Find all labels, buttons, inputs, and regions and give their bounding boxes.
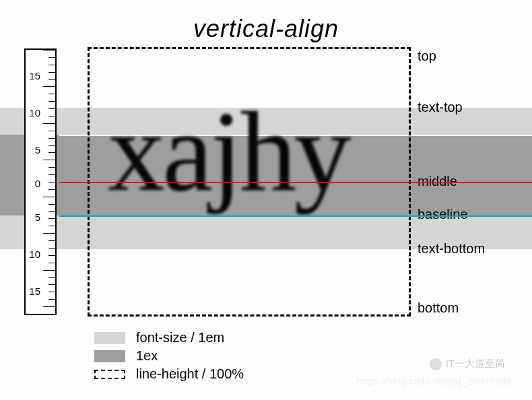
ruler-tick: [48, 94, 55, 94]
ruler-label: 15: [29, 70, 40, 81]
legend-row-lineheight: line-height / 100%: [94, 366, 244, 382]
ruler-tick: [48, 189, 55, 190]
ruler: 15 10 5 0 5 10 15: [24, 48, 57, 315]
ruler-tick: [48, 240, 55, 241]
ruler-tick: [43, 270, 55, 271]
ruler-tick: [48, 57, 55, 58]
ruler-tick: [43, 160, 55, 160]
legend-label: line-height / 100%: [136, 366, 244, 382]
ruler-tick: [48, 101, 55, 102]
ruler-tick: [48, 284, 55, 285]
ruler-tick: [48, 314, 55, 314]
ruler-label: 10: [29, 248, 40, 260]
ruler-tick: [48, 79, 55, 80]
wechat-icon: [430, 358, 442, 370]
ruler-tick: [48, 138, 55, 139]
label-text-top: text-top: [418, 100, 463, 115]
ruler-tick: [48, 299, 55, 300]
ruler-tick: [48, 131, 55, 131]
legend-row-fontsize: font-size / 1em: [94, 330, 244, 345]
legend-label: font-size / 1em: [136, 330, 224, 345]
ruler-tick: [48, 211, 55, 212]
ruler-tick: [48, 204, 55, 205]
ruler-tick: [48, 292, 55, 292]
legend-row-1ex: 1ex: [94, 348, 244, 364]
diagram-title: vertical-align: [0, 15, 532, 43]
label-text-bottom: text-bottom: [418, 241, 485, 257]
ruler-tick: [48, 65, 55, 65]
swatch-dashed: [94, 370, 125, 379]
ruler-tick: [48, 72, 55, 73]
ruler-tick: [43, 233, 55, 234]
watermark-text: IT一大道至简: [446, 358, 505, 370]
baseline-line: [59, 215, 532, 217]
ruler-tick: [43, 306, 55, 307]
legend: font-size / 1em 1ex line-height / 100%: [94, 330, 244, 385]
watermark-csdn: https://blog.csdn.net/qq_29977681: [357, 375, 512, 387]
swatch-light: [94, 332, 125, 344]
ruler-tick: [48, 116, 55, 116]
label-baseline: baseline: [418, 207, 468, 222]
ruler-tick: [43, 197, 55, 197]
ruler-tick: [43, 86, 55, 87]
ruler-tick: [48, 277, 55, 278]
ruler-tick: [43, 123, 55, 124]
watermark-wechat: IT一大道至简: [430, 358, 505, 370]
label-bottom: bottom: [418, 300, 459, 316]
ruler-label: 10: [29, 107, 40, 119]
ruler-tick: [48, 263, 55, 263]
ruler-tick: [43, 50, 55, 51]
diagram-stage: vertical-align xajhy 15 10 5 0 5 10 15 t…: [0, 0, 532, 400]
ruler-label: 15: [29, 286, 40, 297]
ruler-tick: [48, 182, 55, 182]
ruler-tick: [48, 145, 55, 146]
ruler-tick: [48, 255, 55, 256]
ruler-tick: [48, 167, 55, 168]
middle-line: [59, 182, 532, 183]
legend-label: 1ex: [136, 348, 158, 364]
ruler-label: 5: [35, 211, 40, 223]
ruler-label: 0: [35, 178, 40, 189]
ruler-tick: [48, 174, 55, 175]
ruler-label: 5: [35, 144, 40, 156]
ruler-tick: [48, 152, 55, 153]
ruler-tick: [48, 108, 55, 109]
label-top: top: [418, 48, 436, 64]
ruler-tick: [48, 218, 55, 219]
ruler-tick: [48, 226, 55, 226]
swatch-dark: [94, 350, 125, 362]
ruler-tick: [48, 248, 55, 248]
